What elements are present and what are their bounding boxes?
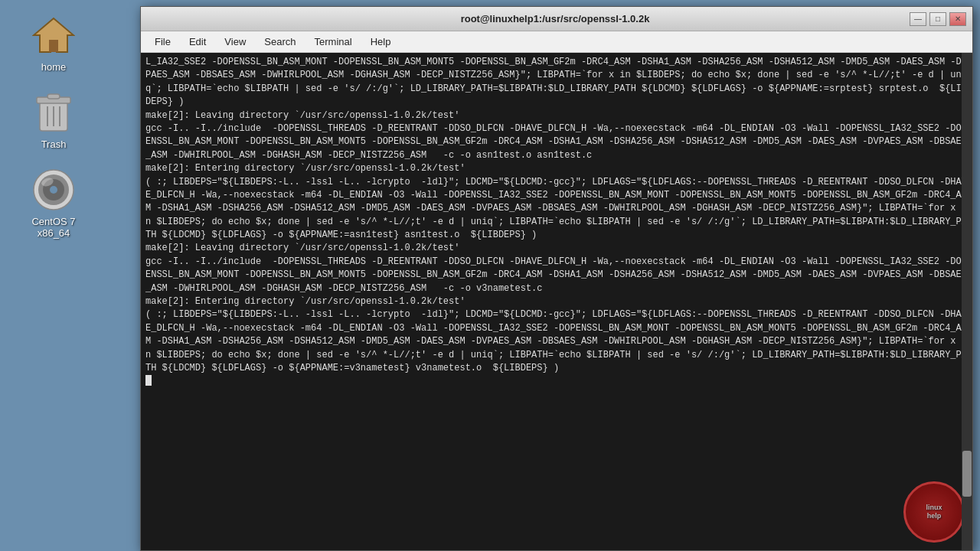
close-button[interactable]: ✕: [949, 12, 966, 26]
maximize-button[interactable]: □: [929, 12, 946, 26]
home-icon: [31, 12, 77, 58]
dvd-icon: [31, 167, 77, 213]
menu-search[interactable]: Search: [256, 34, 303, 50]
menu-view[interactable]: View: [217, 34, 253, 50]
trash-icon: [31, 90, 77, 135]
terminal-window: root@linuxhelp1:/usr/src/openssl-1.0.2k …: [140, 6, 973, 551]
trash-icon-item[interactable]: Trash: [15, 85, 92, 155]
dvd-icon-item[interactable]: CentOS 7 x86_64: [15, 162, 92, 243]
svg-rect-4: [47, 94, 60, 99]
home-icon-label: home: [41, 61, 67, 73]
menu-file[interactable]: File: [147, 34, 178, 50]
watermark-text: linuxhelp: [926, 504, 942, 520]
menu-help[interactable]: Help: [363, 34, 399, 50]
trash-icon-label: Trash: [41, 139, 67, 150]
watermark: linuxhelp: [903, 481, 965, 543]
desktop-icons: home Trash: [0, 0, 107, 251]
menu-terminal[interactable]: Terminal: [307, 34, 360, 50]
watermark-circle: linuxhelp: [903, 481, 965, 543]
minimize-button[interactable]: —: [910, 12, 926, 26]
svg-rect-1: [49, 40, 58, 52]
scrollbar[interactable]: [962, 53, 972, 550]
window-title: root@linuxhelp1:/usr/src/openssl-1.0.2k: [201, 13, 910, 24]
scrollbar-thumb[interactable]: [962, 451, 972, 497]
dvd-icon-label: CentOS 7 x86_64: [20, 216, 87, 239]
svg-point-11: [50, 186, 57, 194]
menu-bar: File Edit View Search Terminal Help: [141, 31, 972, 53]
menu-edit[interactable]: Edit: [181, 34, 214, 50]
home-icon-item[interactable]: home: [15, 8, 92, 77]
desktop: home Trash: [0, 0, 980, 551]
title-bar: root@linuxhelp1:/usr/src/openssl-1.0.2k …: [141, 7, 972, 31]
window-controls: — □ ✕: [910, 12, 966, 26]
terminal-output[interactable]: L_IA32_SSE2 -DOPENSSL_BN_ASM_MONT -DOPEN…: [141, 53, 972, 550]
